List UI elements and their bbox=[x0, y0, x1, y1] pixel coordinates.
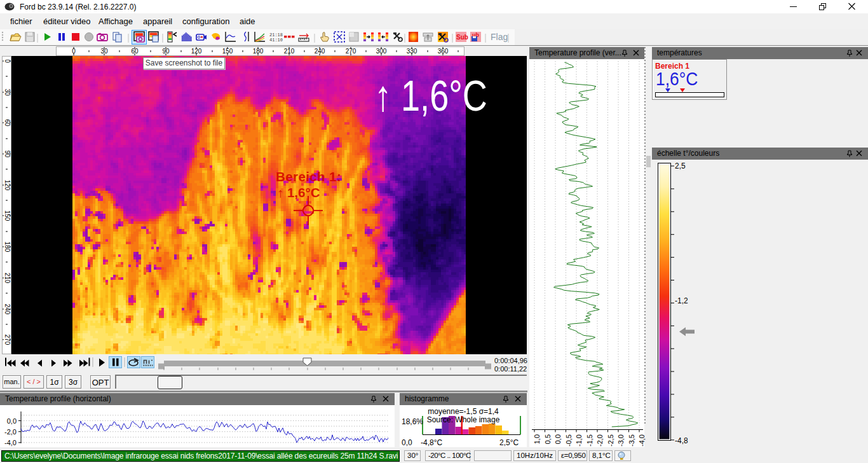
svg-text:21:18: 21:18 bbox=[269, 32, 283, 38]
svg-text:120: 120 bbox=[4, 180, 11, 191]
svg-text:90: 90 bbox=[4, 150, 11, 158]
svg-text:Bereich 1:: Bereich 1: bbox=[276, 169, 341, 184]
svg-text:41:10: 41:10 bbox=[269, 38, 283, 43]
svg-text:↑ 1,6°C: ↑ 1,6°C bbox=[277, 185, 320, 200]
svg-text:270: 270 bbox=[4, 335, 11, 345]
svg-text:210: 210 bbox=[4, 273, 11, 284]
svg-text:240: 240 bbox=[4, 304, 11, 315]
svg-text:Flag: Flag bbox=[491, 32, 508, 42]
svg-text:Sub: Sub bbox=[456, 34, 468, 41]
svg-text:60: 60 bbox=[4, 119, 11, 127]
svg-text:30: 30 bbox=[4, 88, 11, 96]
svg-text:180: 180 bbox=[4, 242, 11, 252]
svg-text:0: 0 bbox=[4, 59, 11, 63]
svg-text:150: 150 bbox=[4, 211, 11, 221]
